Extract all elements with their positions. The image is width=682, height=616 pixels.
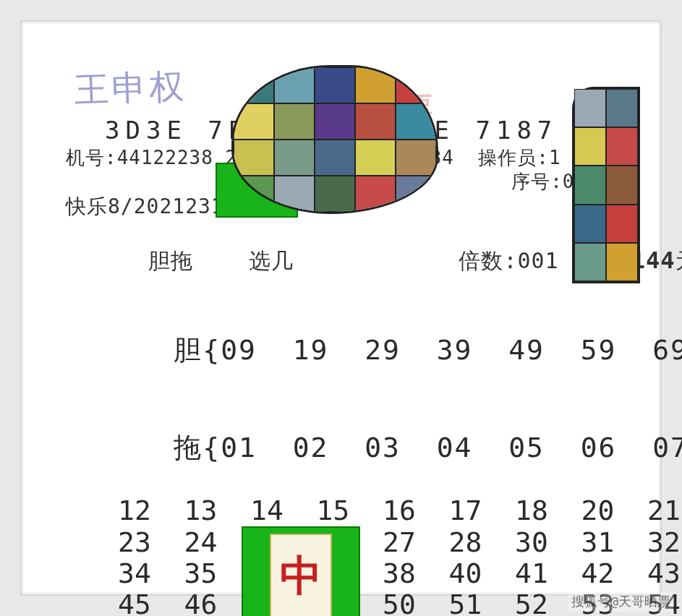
zhong-glyph: 中 [270, 534, 332, 616]
mosaic-cell [574, 205, 606, 243]
mahjong-zhong-tile: 中 [242, 526, 360, 616]
mosaic-cell [315, 176, 355, 212]
mosaic-cell [606, 127, 638, 166]
multiplier-value: 001 [517, 248, 558, 273]
multiplier-label: 倍数: [459, 248, 517, 273]
tuo-label: 拖{ [174, 432, 221, 463]
mosaic-cell [274, 140, 315, 176]
mosaic-cell [315, 103, 355, 140]
mosaic-censor-right [572, 87, 640, 283]
tuo-row-0: 拖{01 02 03 04 05 06 07 08 10 11 [66, 401, 621, 495]
tuo-numbers-0: 01 02 03 04 05 06 07 08 10 11 [221, 432, 682, 463]
dan-row: 胆{09 19 29 39 49 59 69 79} [66, 303, 621, 398]
tuo-row-4: 45 46 47 48 50 51 52 53 54 55 [118, 589, 621, 616]
mosaic-cell [355, 140, 396, 176]
tuo-row-2: 23 24 25 26 27 28 30 31 32 33 [118, 527, 621, 558]
tuo-row-1: 12 13 14 15 16 17 18 20 21 22 [118, 495, 621, 526]
mosaic-cell [396, 140, 436, 176]
mosaic-cell [234, 140, 274, 176]
mosaic-cell [574, 127, 606, 166]
play-type-line: 胆拖 选几 倍数:001 金额:144元 [66, 221, 621, 300]
mosaic-cell [606, 89, 638, 127]
mosaic-cell [274, 103, 315, 140]
mosaic-cell [574, 89, 606, 127]
mosaic-cell [574, 166, 606, 204]
mosaic-cell [315, 140, 355, 176]
mosaic-cell [606, 166, 638, 204]
dan-numbers: 09 19 29 39 49 59 69 79} [221, 334, 682, 366]
mosaic-cell [606, 205, 638, 243]
dan-label: 胆{ [174, 334, 221, 366]
amount-unit: 元 [675, 248, 682, 273]
mosaic-cell [315, 67, 355, 103]
source-watermark: 搜狐号@天哥晒票 [568, 591, 673, 612]
photo-frame-inner: 王申权 国福利彩票 3D3E 7E9 AED BEBE 7187 机号:4412… [20, 20, 662, 596]
tuo-row-3: 34 35 36 37 38 40 41 42 43 44 [118, 558, 621, 589]
mosaic-cell [606, 243, 638, 281]
mosaic-censor-blob [231, 65, 438, 214]
mosaic-cell [574, 243, 606, 281]
mosaic-cell [355, 103, 396, 140]
play-type-left: 胆拖 选几 [148, 248, 293, 273]
